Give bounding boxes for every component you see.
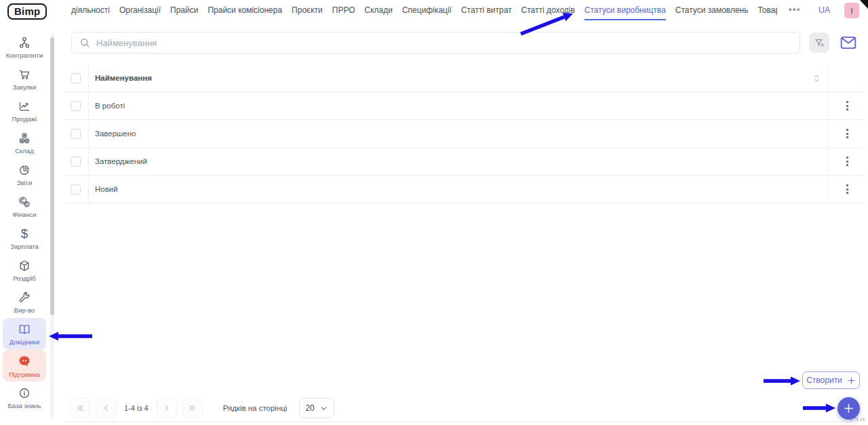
mail-button[interactable] xyxy=(840,35,857,50)
page-range-text: 1-4 із 4 xyxy=(124,404,149,412)
table-row: В роботі xyxy=(65,92,865,120)
tab-statusy-vyrobnytstva[interactable]: Статуси виробництва xyxy=(585,0,666,20)
sidebar-item-label: База знань xyxy=(8,402,41,409)
sidebar-item-label: Закупки xyxy=(13,83,37,91)
row-name: Затверджений xyxy=(95,157,147,165)
header-checkbox-cell xyxy=(65,64,89,92)
sidebar-item-label: Склад xyxy=(15,147,34,155)
sidebar-item-label: Продажі xyxy=(12,115,37,123)
first-page-button[interactable] xyxy=(70,398,90,418)
sidebar-nav: Контрагенти Закупки Продажі xyxy=(0,31,50,413)
row-name: В роботі xyxy=(95,102,125,110)
sidebar-item-dovidnyky[interactable]: Довідники xyxy=(3,318,46,350)
table-row: Завершено xyxy=(65,120,865,148)
sidebar-item-baza-znan[interactable]: База знань xyxy=(3,382,46,413)
rows-per-page-label: Рядків на сторінці xyxy=(223,404,288,412)
sidebar-item-label: Роздріб xyxy=(13,275,36,282)
chat-icon xyxy=(17,354,32,369)
pagination-bar: 1-4 із 4 Рядків на сторінці 20 xyxy=(70,398,334,418)
next-page-button[interactable] xyxy=(157,398,177,418)
row-checkbox[interactable] xyxy=(71,101,81,111)
rows-per-page-value: 20 xyxy=(305,403,314,413)
sidebar-item-finansy[interactable]: Фінанси xyxy=(3,190,46,222)
tab-orhanizatsii[interactable]: Організації xyxy=(119,0,161,20)
avatar[interactable]: I xyxy=(844,3,859,18)
create-button-label: Створити xyxy=(806,376,842,385)
sort-icon[interactable] xyxy=(812,73,822,84)
row-menu-button[interactable] xyxy=(844,154,851,169)
chart-icon xyxy=(18,100,31,113)
tab-spetsyfikatsii[interactable]: Специфікації xyxy=(402,0,452,20)
sidebar-item-pidtrymka[interactable]: Підтримка xyxy=(3,350,46,382)
row-checkbox[interactable] xyxy=(71,157,81,167)
sidebar-item-zvity[interactable]: Звіти xyxy=(3,159,46,190)
sidebar-item-vyrvo[interactable]: Вир-во xyxy=(3,286,46,318)
tab-statusy-zamovlen[interactable]: Статуси замовлень xyxy=(675,0,749,20)
row-name: Завершено xyxy=(95,129,136,138)
add-fab-button[interactable] xyxy=(837,397,860,420)
sidebar: Bimp Контрагенти Закупки xyxy=(0,0,56,425)
sidebar-item-rozdrib[interactable]: Роздріб xyxy=(3,254,46,286)
row-menu-button[interactable] xyxy=(844,182,851,197)
rows-per-page-select[interactable]: 20 xyxy=(299,398,334,418)
chevrons-right-icon xyxy=(188,403,197,413)
table-header-row: Найменування xyxy=(65,64,865,92)
last-page-button[interactable] xyxy=(182,398,203,418)
prev-page-button[interactable] xyxy=(96,398,116,418)
bottom-divider xyxy=(65,422,857,422)
row-menu-button[interactable] xyxy=(844,126,851,141)
sidebar-item-label: Звіти xyxy=(17,179,33,186)
search-input[interactable] xyxy=(96,38,800,48)
sidebar-item-label: Зарплата xyxy=(10,243,39,250)
table-row: Затверджений xyxy=(65,148,865,176)
dollar-icon: $ xyxy=(21,227,28,241)
sidebar-item-zakupky[interactable]: Закупки xyxy=(3,63,46,95)
tab-sklady[interactable]: Склади xyxy=(365,0,393,20)
tab-statti-dokhodiv[interactable]: Статті доходів xyxy=(521,0,575,20)
row-checkbox[interactable] xyxy=(71,129,81,139)
create-button[interactable]: Створити xyxy=(802,371,860,389)
tab-praisy[interactable]: Прайси xyxy=(170,0,198,20)
sidebar-item-prodazhi[interactable]: Продажі xyxy=(3,95,46,127)
tab-statti-vytrat[interactable]: Статті витрат xyxy=(461,0,512,20)
row-name: Новий xyxy=(95,185,118,193)
search-icon xyxy=(79,37,91,49)
sidebar-item-label: Підтримка xyxy=(9,371,40,378)
corner-artifact xyxy=(860,0,868,9)
row-menu-button[interactable] xyxy=(844,98,851,113)
chevron-left-icon xyxy=(101,403,111,413)
tab-diyalnosti[interactable]: діяльності xyxy=(71,0,110,20)
info-icon xyxy=(18,386,31,400)
filter-x-icon xyxy=(814,37,825,49)
envelope-icon xyxy=(840,35,857,50)
tab-prro[interactable]: ПРРО xyxy=(332,0,355,20)
sidebar-item-kontragenty[interactable]: Контрагенти xyxy=(3,31,46,63)
clear-filter-button[interactable] xyxy=(809,33,829,53)
sidebar-item-label: Вир-во xyxy=(14,306,35,314)
select-all-checkbox[interactable] xyxy=(71,73,81,83)
book-icon xyxy=(18,323,31,336)
sidebar-item-zarplata[interactable]: $ Зарплата xyxy=(3,222,46,254)
plus-icon xyxy=(843,403,854,414)
pie-chart-icon xyxy=(18,163,31,177)
sidebar-item-sklad[interactable]: Склад xyxy=(3,127,46,159)
tab-proekty[interactable]: Проєкти xyxy=(292,0,323,20)
wrench-icon xyxy=(18,291,31,304)
tabs-more-button[interactable]: ••• xyxy=(789,0,801,20)
cube-icon xyxy=(18,259,31,272)
sidebar-scrollbar-thumb[interactable] xyxy=(50,37,54,315)
annotation-arrow-create xyxy=(764,377,800,386)
column-header-name: Найменування xyxy=(95,74,152,82)
header-actions-cell xyxy=(829,64,865,92)
tab-tovary-ta-posluhy[interactable]: Товари та послуги xyxy=(757,0,777,20)
stock-icon xyxy=(18,131,31,145)
cart-icon xyxy=(18,68,31,81)
annotation-arrow-fab xyxy=(803,404,835,413)
search-bar xyxy=(71,32,800,54)
sidebar-item-label: Фінанси xyxy=(12,211,36,218)
row-checkbox[interactable] xyxy=(71,184,81,195)
app-logo[interactable]: Bimp xyxy=(7,3,47,20)
tab-praisy-komisionera[interactable]: Прайси комісіонера xyxy=(208,0,282,20)
locale-switcher[interactable]: UA xyxy=(818,0,830,20)
table-row: Новий xyxy=(65,176,865,203)
